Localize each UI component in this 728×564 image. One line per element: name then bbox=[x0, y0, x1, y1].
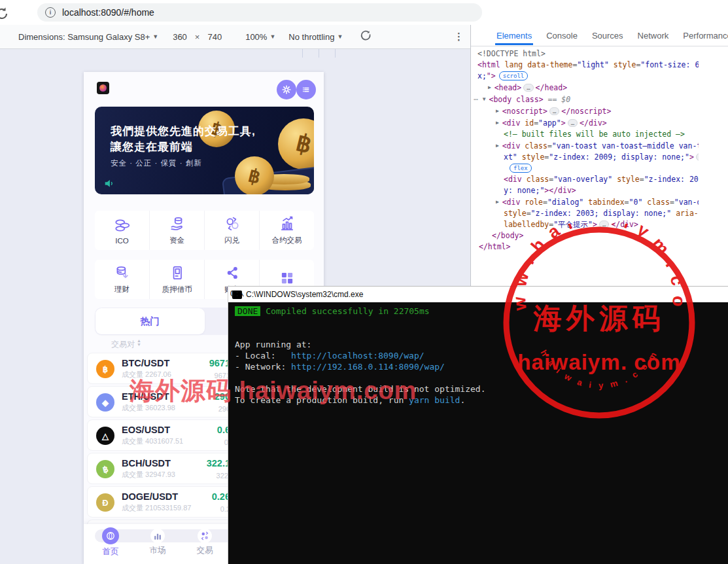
grid-item-合约交易[interactable]: 合约交易 bbox=[260, 211, 314, 250]
tab-console[interactable]: Console bbox=[545, 27, 579, 45]
expand-ellipsis-button[interactable]: … bbox=[696, 153, 699, 161]
nav-item-交易[interactable]: 交易 bbox=[181, 524, 228, 556]
grid-item-label: 合约交易 bbox=[272, 236, 302, 245]
cmd-text: - Network: bbox=[235, 362, 291, 372]
list-menu-icon bbox=[300, 84, 312, 96]
promo-banner[interactable]: ฿ ฿ ฿ 我們提供您先進的交易工具, 讓您走在最前端 安全 · 公正 · 保質… bbox=[95, 107, 314, 194]
market-tab-热门[interactable]: 热门 bbox=[95, 308, 205, 334]
devtools-tree-line[interactable]: ▶ <noscript>…</noscript> bbox=[474, 105, 699, 117]
url-text[interactable]: localhost:8090/#/home bbox=[62, 7, 154, 18]
nav-item-首页[interactable]: 首页 bbox=[87, 524, 134, 557]
nav-label: 市场 bbox=[134, 545, 181, 556]
devtools-tree-line[interactable]: xt" style="z-index: 2009; display: none;… bbox=[474, 152, 699, 163]
more-options-icon[interactable]: ⋮ bbox=[454, 31, 464, 43]
code-segment: </div> bbox=[580, 118, 607, 128]
badge-scroll[interactable]: scroll bbox=[499, 71, 529, 80]
code-segment: <!— built files will be auto injected —> bbox=[504, 130, 685, 139]
devtools-tree-line[interactable]: ▶ <div role="dialog" tabindex="0" class=… bbox=[474, 196, 699, 208]
devtools-tree-line[interactable]: </body> bbox=[474, 230, 699, 241]
devtools-tree-line[interactable]: flex bbox=[474, 163, 699, 174]
settings-button[interactable] bbox=[277, 80, 296, 99]
devtools-tree-line[interactable]: ▶ <head>…</head> bbox=[474, 82, 699, 94]
speaker-icon bbox=[103, 177, 115, 189]
cmd-titlebar[interactable]: C:\ C:\WINDOWS\system32\cmd.exe bbox=[228, 286, 728, 302]
expand-ellipsis-button[interactable]: … bbox=[549, 107, 559, 115]
reload-icon[interactable] bbox=[0, 6, 10, 22]
sort-pair-button[interactable]: 交易对 bbox=[111, 340, 135, 349]
grid-item-理财[interactable]: 理财 bbox=[95, 260, 150, 299]
devtools-tree-line[interactable]: labelledby="平仓提示">…</div> bbox=[474, 219, 699, 230]
devtools-tree-line[interactable]: ▶ <div class="van-toast van-toast—middle… bbox=[474, 140, 699, 152]
code-segment: class bbox=[520, 141, 547, 150]
devtools-tree-line[interactable]: y: none;"></div> bbox=[474, 185, 699, 196]
tab-network[interactable]: Network bbox=[636, 27, 670, 45]
flash-swap-icon bbox=[224, 215, 241, 232]
code-segment: = bbox=[543, 198, 547, 207]
grid-item-ICO[interactable]: ICO bbox=[95, 211, 150, 250]
code-segment[interactable]: ▶ bbox=[496, 143, 502, 149]
dimensions-times-label: × bbox=[195, 32, 200, 42]
cmd-line: DONE Compiled successfully in 22705ms bbox=[235, 306, 728, 317]
expand-ellipsis-button[interactable]: … bbox=[599, 220, 609, 228]
tab-performance[interactable]: Performance bbox=[682, 27, 728, 45]
grid-item-资金[interactable]: 资金 bbox=[150, 211, 205, 250]
code-segment: <div bbox=[502, 118, 521, 128]
devtools-tree-line[interactable]: </html> bbox=[474, 241, 699, 253]
code-segment: lang bbox=[500, 60, 523, 69]
code-segment: <head> bbox=[494, 83, 522, 92]
cmd-window[interactable]: C:\ C:\WINDOWS\system32\cmd.exe DONE Com… bbox=[228, 286, 728, 564]
expand-ellipsis-button[interactable]: … bbox=[523, 84, 533, 92]
code-segment: id bbox=[520, 118, 534, 128]
badge-flex[interactable]: flex bbox=[510, 164, 532, 173]
pair-name: BCH/USDT bbox=[122, 458, 171, 468]
devtools-tree-line[interactable]: <!DOCTYPE html> bbox=[474, 48, 699, 60]
wealth-icon bbox=[114, 264, 131, 281]
banner-subtitle: 安全 · 公正 · 保質 · 創新 bbox=[111, 158, 202, 168]
devtools-tree-line[interactable]: <html lang data-theme="light" style="fon… bbox=[474, 60, 699, 71]
devtools-tree-line[interactable]: <div class="van-overlay" style="z-index:… bbox=[474, 174, 699, 185]
code-segment: = bbox=[640, 175, 644, 184]
tab-sources[interactable]: Sources bbox=[591, 27, 625, 45]
cmd-text: App running at: bbox=[235, 340, 311, 349]
viewport-width-input[interactable]: 360 bbox=[173, 32, 187, 42]
devtools-tree-line[interactable]: x;">scroll bbox=[474, 71, 699, 82]
code-segment[interactable]: ▶ bbox=[488, 84, 494, 90]
expand-ellipsis-button[interactable]: … bbox=[568, 119, 578, 127]
cmd-text: Compiled successfully in 22705ms bbox=[260, 306, 429, 316]
grid-item-质押借币[interactable]: 质押借币 bbox=[150, 260, 205, 299]
chevron-down-icon: ▼ bbox=[152, 33, 158, 40]
cmd-line: To create a production build, run yarn b… bbox=[235, 395, 728, 406]
app-logo[interactable] bbox=[97, 82, 109, 94]
code-segment: > bbox=[689, 152, 694, 162]
code-segment: role bbox=[520, 198, 543, 207]
devtools-tree-line[interactable]: ⋯ ▼ <body class> == $0 bbox=[474, 94, 699, 105]
tab-elements[interactable]: Elements bbox=[495, 27, 533, 45]
code-segment[interactable]: ▶ bbox=[496, 108, 502, 114]
devtools-tree-line[interactable]: style="z-index: 2003; display: none;" ar… bbox=[474, 208, 699, 219]
devtools-tree-line[interactable]: ▶ <div id="app">…</div> bbox=[474, 117, 699, 129]
address-bar[interactable]: i localhost:8090/#/home bbox=[37, 3, 482, 22]
menu-button[interactable] bbox=[296, 80, 316, 99]
code-segment[interactable]: ▶ bbox=[496, 199, 502, 205]
throttling-select[interactable]: No throttling bbox=[288, 32, 334, 42]
viewport-height-input[interactable]: 740 bbox=[207, 32, 222, 42]
eos-icon: △ bbox=[96, 427, 114, 445]
code-segment: xt" bbox=[504, 152, 517, 162]
site-info-icon[interactable]: i bbox=[45, 7, 56, 18]
banner-title-line1: 我們提供您先進的交易工具, bbox=[111, 124, 256, 139]
code-segment: </div> bbox=[611, 220, 638, 229]
pair-name: ETH/USDT bbox=[122, 391, 169, 402]
code-segment: <div bbox=[504, 175, 522, 184]
code-segment: <html bbox=[477, 60, 500, 69]
grid-item-闪兑[interactable]: 闪兑 bbox=[205, 211, 260, 250]
code-segment[interactable]: ▶ bbox=[496, 120, 502, 126]
nav-item-市场[interactable]: 市场 bbox=[134, 524, 181, 556]
cmd-console[interactable]: DONE Compiled successfully in 22705ms Ap… bbox=[228, 302, 728, 564]
device-dimensions-select[interactable]: Dimensions: Samsung Galaxy S8+ bbox=[18, 32, 150, 42]
devtools-tree-line[interactable]: <!— built files will be auto injected —> bbox=[474, 129, 699, 140]
grid-item-label: 闪兑 bbox=[224, 236, 239, 245]
code-segment: = bbox=[527, 209, 531, 218]
code-segment[interactable]: ▼ bbox=[483, 96, 489, 102]
rotate-device-icon[interactable] bbox=[360, 30, 373, 43]
zoom-select[interactable]: 100% bbox=[245, 32, 267, 42]
